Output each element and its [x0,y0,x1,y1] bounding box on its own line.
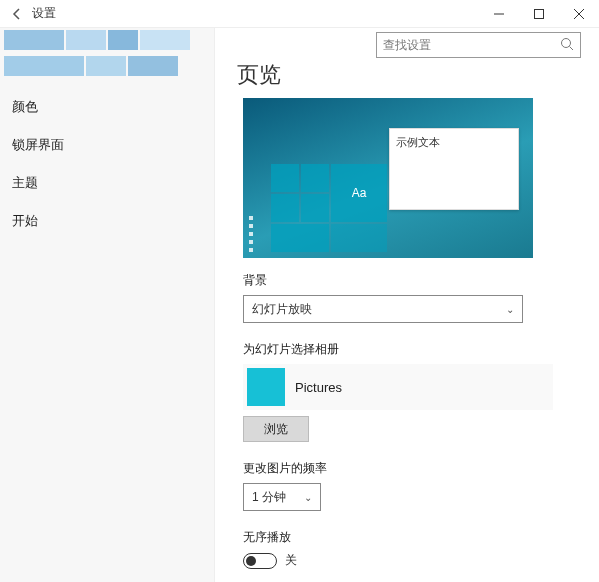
background-select[interactable]: 幻灯片放映 ⌄ [243,295,523,323]
frequency-label: 更改图片的频率 [243,460,581,477]
album-label: 为幻灯片选择相册 [243,341,581,358]
page-heading: 页览 [237,60,581,90]
background-label: 背景 [243,272,581,289]
search-input[interactable] [383,38,560,52]
sidebar-item-label: 颜色 [12,99,38,114]
chevron-down-icon: ⌄ [304,492,312,503]
minimize-button[interactable] [479,0,519,28]
preview-tile-aa: Aa [331,164,387,222]
svg-line-5 [570,46,574,50]
browse-button-label: 浏览 [264,421,288,438]
search-box[interactable] [376,32,581,58]
sidebar-item-color[interactable]: 颜色 [0,88,214,126]
svg-point-4 [562,38,571,47]
window-title: 设置 [32,5,56,22]
back-button[interactable] [8,5,26,23]
chevron-down-icon: ⌄ [506,304,514,315]
titlebar: 设置 [0,0,599,28]
close-button[interactable] [559,0,599,28]
maximize-button[interactable] [519,0,559,28]
desktop-preview: Aa 示例文本 [243,98,533,258]
sidebar-item-label: 主题 [12,175,38,190]
svg-rect-1 [535,9,544,18]
sidebar-item-lockscreen[interactable]: 锁屏界面 [0,126,214,164]
sidebar-item-start[interactable]: 开始 [0,202,214,240]
sidebar-item-label: 开始 [12,213,38,228]
shuffle-state: 关 [285,552,297,569]
album-row[interactable]: Pictures [243,364,553,410]
frequency-select[interactable]: 1 分钟 ⌄ [243,483,321,511]
preview-window-text: 示例文本 [396,136,440,148]
search-icon [560,37,574,54]
sidebar-item-label: 锁屏界面 [12,137,64,152]
main-content: 页览 Aa 示例文本 背景 幻灯片放映 ⌄ 为幻灯片选择相册 Pictu [215,28,599,582]
album-thumbnail [247,368,285,406]
sidebar-item-theme[interactable]: 主题 [0,164,214,202]
frequency-select-value: 1 分钟 [252,489,286,506]
blurred-region [4,30,214,80]
preview-window: 示例文本 [389,128,519,210]
shuffle-toggle[interactable] [243,553,277,569]
shuffle-label: 无序播放 [243,529,581,546]
album-name: Pictures [295,380,342,395]
background-select-value: 幻灯片放映 [252,301,312,318]
sidebar: 颜色 锁屏界面 主题 开始 [0,28,215,582]
browse-button[interactable]: 浏览 [243,416,309,442]
